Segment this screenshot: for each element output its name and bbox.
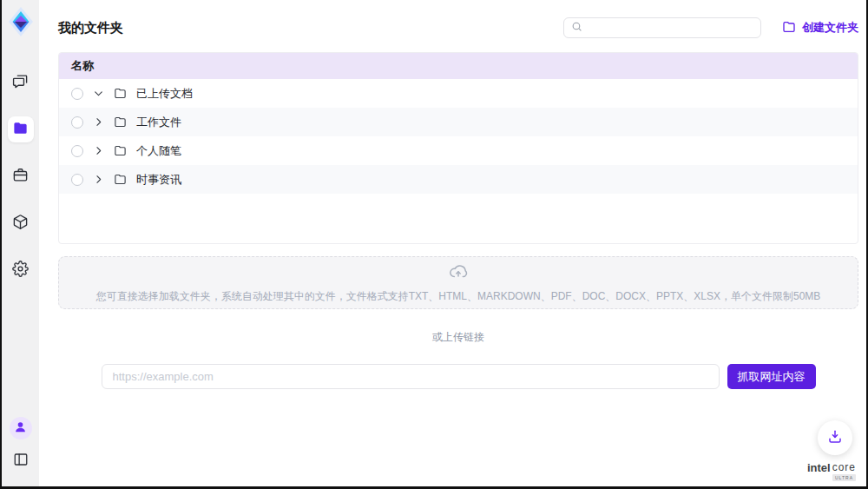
sidebar-item-models[interactable] <box>8 210 34 236</box>
main-content: 我的文件夹 创建文件夹 名称 <box>39 0 866 486</box>
search-input[interactable] <box>588 22 753 34</box>
chevron-down-icon[interactable] <box>93 88 104 99</box>
diamond-gem-logo-icon <box>9 7 33 40</box>
user-avatar-icon <box>14 420 27 437</box>
table-row[interactable]: 时事资讯 <box>59 165 858 194</box>
folder-outline-icon <box>782 20 796 36</box>
sidebar-item-folders[interactable] <box>8 116 34 142</box>
cube-icon <box>12 214 29 234</box>
folder-outline-icon <box>114 173 127 186</box>
search-box[interactable] <box>563 17 761 38</box>
row-checkbox[interactable] <box>71 145 83 157</box>
sidebar-nav <box>8 69 34 283</box>
chevron-right-icon[interactable] <box>93 174 104 185</box>
briefcase-icon <box>12 167 29 187</box>
ultra-badge: ultra <box>832 474 856 481</box>
create-folder-label: 创建文件夹 <box>802 20 858 36</box>
page-title: 我的文件夹 <box>58 20 123 36</box>
or-upload-link-label: 或上传链接 <box>58 330 858 345</box>
folder-icon <box>12 120 29 140</box>
folder-outline-icon <box>114 87 127 100</box>
panel-toggle-icon <box>13 452 29 471</box>
folder-name: 工作文件 <box>136 115 181 130</box>
create-folder-button[interactable]: 创建文件夹 <box>782 20 858 36</box>
sidebar-bottom <box>8 417 34 486</box>
table-row[interactable]: 已上传文档 <box>59 79 858 108</box>
column-header-name: 名称 <box>71 58 94 74</box>
row-checkbox[interactable] <box>71 174 83 186</box>
table-row[interactable]: 工作文件 <box>59 108 858 136</box>
sidebar <box>2 0 39 486</box>
folder-table: 名称 已上传文档 工作文件 个人随笔 <box>58 52 858 244</box>
table-header: 名称 <box>59 53 858 79</box>
sidebar-item-workbench[interactable] <box>8 163 34 189</box>
upload-dropzone[interactable]: 您可直接选择加载文件夹，系统自动处理其中的文件，文件格式支持TXT、HTML、M… <box>58 256 858 309</box>
folder-table-body: 已上传文档 工作文件 个人随笔 时事资讯 <box>59 79 858 194</box>
sidebar-item-settings[interactable] <box>8 257 34 283</box>
cloud-upload-icon <box>449 262 468 285</box>
folder-name: 已上传文档 <box>136 86 193 102</box>
intel-core-logo: intel core ultra <box>807 461 856 481</box>
intel-brand-text: intel <box>807 461 831 474</box>
folder-name: 时事资讯 <box>136 172 181 188</box>
app-window: 我的文件夹 创建文件夹 名称 <box>0 0 868 489</box>
folder-outline-icon <box>114 144 127 157</box>
row-checkbox[interactable] <box>71 88 83 100</box>
sidebar-item-chat[interactable] <box>8 69 34 96</box>
topbar: 我的文件夹 创建文件夹 <box>58 17 858 38</box>
folder-outline-icon <box>114 116 127 129</box>
chat-icon <box>12 73 29 93</box>
table-row[interactable]: 个人随笔 <box>59 136 858 165</box>
app-logo[interactable] <box>8 7 34 40</box>
gear-icon <box>12 261 29 281</box>
download-icon <box>827 429 843 447</box>
core-brand-text: core <box>832 461 856 473</box>
url-upload-row: 抓取网址内容 <box>58 364 858 389</box>
url-input[interactable] <box>102 364 720 389</box>
folder-name: 个人随笔 <box>136 143 181 159</box>
row-checkbox[interactable] <box>71 116 83 129</box>
collapse-sidebar-button[interactable] <box>8 448 34 474</box>
download-fab-button[interactable] <box>818 420 852 455</box>
user-avatar[interactable] <box>10 417 32 439</box>
fetch-url-button[interactable]: 抓取网址内容 <box>727 364 816 389</box>
chevron-right-icon[interactable] <box>93 145 104 156</box>
chevron-right-icon[interactable] <box>93 116 104 128</box>
search-icon <box>571 20 582 36</box>
upload-hint: 您可直接选择加载文件夹，系统自动处理其中的文件，文件格式支持TXT、HTML、M… <box>96 289 821 304</box>
